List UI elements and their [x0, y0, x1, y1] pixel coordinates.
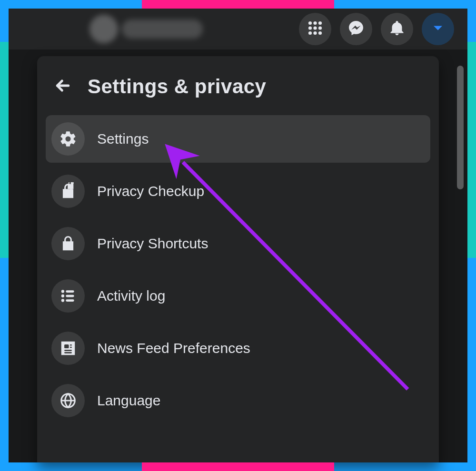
svg-rect-18 — [64, 352, 72, 353]
svg-point-4 — [313, 26, 317, 29]
notifications-button[interactable] — [381, 13, 413, 45]
svg-point-11 — [61, 294, 64, 297]
lock-icon — [51, 227, 85, 260]
svg-rect-10 — [66, 290, 74, 293]
panel-header: Settings & privacy — [46, 67, 430, 115]
svg-rect-20 — [70, 347, 72, 348]
svg-rect-19 — [70, 344, 72, 346]
menu-item-label: Privacy Shortcuts — [97, 236, 208, 252]
topbar — [9, 9, 467, 49]
menu-item-label: Language — [97, 392, 160, 409]
menu-item-activity-log[interactable]: Activity log — [46, 272, 430, 320]
svg-point-5 — [318, 26, 322, 29]
caret-down-icon — [429, 20, 446, 39]
menu-item-label: Settings — [97, 131, 149, 147]
menu-button[interactable] — [299, 13, 331, 45]
app-root: Settings & privacy Settings Privacy Chec… — [9, 9, 467, 462]
panel-title: Settings & privacy — [88, 75, 266, 98]
back-button[interactable] — [50, 73, 76, 100]
avatar — [89, 15, 118, 43]
messenger-icon — [347, 20, 365, 39]
svg-point-3 — [308, 26, 312, 29]
menu-item-label: Privacy Checkup — [97, 183, 204, 199]
svg-point-8 — [318, 31, 322, 35]
svg-point-13 — [61, 299, 64, 302]
lock-heart-icon — [51, 175, 85, 208]
menu-item-language[interactable]: Language — [46, 377, 430, 424]
menu-item-privacy-checkup[interactable]: Privacy Checkup — [46, 167, 430, 215]
svg-rect-14 — [66, 299, 74, 302]
svg-rect-17 — [64, 350, 72, 351]
menu-item-settings[interactable]: Settings — [46, 115, 430, 163]
svg-point-6 — [308, 31, 312, 35]
svg-point-9 — [61, 290, 64, 293]
arrow-left-icon — [53, 76, 72, 97]
profile-name-blurred — [122, 20, 203, 39]
svg-point-7 — [313, 31, 317, 35]
svg-rect-12 — [66, 295, 74, 297]
menu-item-news-feed-preferences[interactable]: News Feed Preferences — [46, 324, 430, 372]
svg-point-1 — [313, 21, 317, 25]
bell-icon — [388, 20, 406, 39]
scrollbar-thumb[interactable] — [457, 66, 464, 189]
svg-rect-16 — [64, 344, 69, 348]
account-menu-button[interactable] — [422, 13, 454, 45]
list-icon — [51, 279, 85, 313]
globe-icon — [51, 384, 85, 417]
menu-grid-icon — [307, 20, 324, 39]
svg-point-0 — [308, 21, 312, 25]
messenger-button[interactable] — [340, 13, 372, 45]
settings-privacy-panel: Settings & privacy Settings Privacy Chec… — [37, 56, 439, 462]
gear-icon — [51, 122, 85, 156]
svg-point-2 — [318, 21, 322, 25]
menu-item-privacy-shortcuts[interactable]: Privacy Shortcuts — [46, 220, 430, 267]
profile-chip[interactable] — [89, 15, 203, 43]
menu-list: Settings Privacy Checkup Privacy Shortcu… — [46, 115, 430, 424]
menu-item-label: News Feed Preferences — [97, 340, 250, 356]
newspaper-icon — [51, 332, 85, 365]
menu-item-label: Activity log — [97, 288, 165, 304]
